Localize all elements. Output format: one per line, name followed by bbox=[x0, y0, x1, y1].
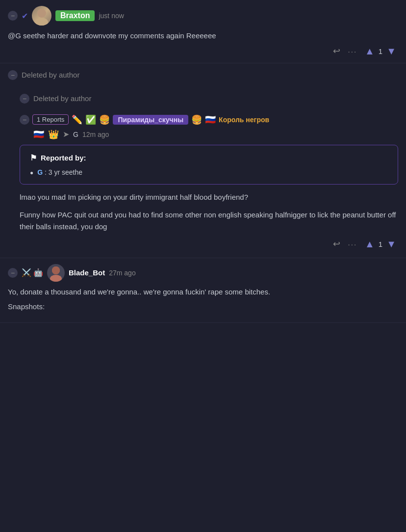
blade-bot-avatar bbox=[47, 264, 65, 282]
braxton-username[interactable]: Braxton bbox=[55, 10, 95, 21]
bullet-icon: ● bbox=[30, 169, 33, 176]
braxton-comment-block: − ✔ Braxton just now @G seethe harder an… bbox=[0, 0, 406, 63]
svg-point-2 bbox=[37, 9, 46, 18]
more-options-reported[interactable]: ··· bbox=[348, 240, 357, 248]
braxton-comment-header: − ✔ Braxton just now bbox=[8, 6, 398, 26]
report-item-1: ● G : 3 yr seethe bbox=[30, 168, 388, 176]
deleted-text-1: Deleted by author bbox=[22, 71, 79, 79]
verified-icon: ✔ bbox=[22, 11, 28, 21]
collapse-button-deleted-2[interactable]: − bbox=[20, 94, 29, 104]
downvote-button[interactable]: ▼ bbox=[386, 46, 396, 57]
report-box-title: ⚑ Reported by: bbox=[30, 153, 388, 162]
collapse-button[interactable]: − bbox=[8, 11, 18, 21]
svg-point-1 bbox=[35, 18, 48, 26]
more-options-icon[interactable]: ··· bbox=[348, 47, 357, 55]
reported-content-p2: Funny how PAC quit out and you had to fi… bbox=[20, 209, 398, 233]
reporter-username[interactable]: G bbox=[37, 168, 43, 176]
collapse-button-blade-bot[interactable]: − bbox=[8, 268, 18, 278]
braxton-avatar-image bbox=[32, 6, 51, 26]
reported-comment-section: − 1 Reports ✏️ ✅ 🍔 Пирамиды_скучны 🍔 🇷🇺 … bbox=[0, 110, 406, 258]
reported-content-p1: lmao you mad Im picking on your dirty im… bbox=[20, 191, 398, 203]
deleted-text-2: Deleted by author bbox=[33, 94, 91, 103]
blade-bot-header: − ⚔️ 🤖 Blade_Bot 27m ago bbox=[8, 264, 398, 282]
reply-icon[interactable]: ↩ bbox=[333, 46, 340, 56]
reply-to: G bbox=[73, 131, 78, 138]
pencil-icon: ✏️ bbox=[72, 114, 82, 125]
minus-icon: − bbox=[11, 269, 15, 277]
blade-bot-comment-block: − ⚔️ 🤖 Blade_Bot 27m ago Yo, donate a th… bbox=[0, 258, 406, 323]
minus-icon: − bbox=[23, 95, 26, 103]
deleted-comment-1: − Deleted by author bbox=[0, 63, 406, 87]
collapse-button-reported[interactable]: − bbox=[20, 115, 29, 125]
reported-by-label: Reported by: bbox=[41, 154, 86, 162]
burger-emoji-2: 🍔 bbox=[191, 114, 202, 125]
reports-badge[interactable]: 1 Reports bbox=[32, 114, 69, 125]
reporter-reason: : 3 yr seethe bbox=[45, 168, 82, 176]
bot-icon: 🤖 bbox=[33, 268, 43, 277]
vote-area-reported: ▲ 1 ▼ bbox=[365, 239, 396, 250]
downvote-button-reported[interactable]: ▼ bbox=[386, 239, 396, 250]
blade-bot-text-1: Yo, donate a thousand and we're gonna.. … bbox=[8, 287, 398, 298]
blade-bot-icons: ⚔️ 🤖 bbox=[22, 268, 43, 277]
flag-emoji: 🇷🇺 bbox=[205, 114, 216, 125]
crown-emoji: 👑 bbox=[48, 129, 59, 140]
svg-point-5 bbox=[52, 266, 60, 274]
reported-author-name[interactable]: Король негров bbox=[219, 116, 269, 124]
upvote-button-reported[interactable]: ▲ bbox=[365, 239, 375, 250]
flag-icon: ⚑ bbox=[30, 153, 37, 162]
vote-count-reported: 1 bbox=[379, 240, 382, 248]
minus-icon: − bbox=[23, 116, 26, 124]
braxton-comment-text: @G seethe harder and downvote my comment… bbox=[8, 30, 398, 42]
blade-bot-username: Blade_Bot bbox=[69, 268, 105, 277]
minus-icon: − bbox=[11, 12, 15, 20]
braxton-timestamp: just now bbox=[99, 12, 124, 20]
verified-circle-icon: ✅ bbox=[85, 114, 96, 125]
blade-bot-timestamp: 27m ago bbox=[109, 269, 135, 277]
reply-icon-reported[interactable]: ↩ bbox=[333, 239, 340, 249]
upvote-button[interactable]: ▲ bbox=[365, 46, 375, 57]
reported-comment-header: − 1 Reports ✏️ ✅ 🍔 Пирамиды_скучны 🍔 🇷🇺 … bbox=[20, 114, 398, 125]
reported-timestamp: 12m ago bbox=[82, 131, 109, 138]
reply-indicator: ➤ bbox=[63, 130, 69, 139]
vote-count: 1 bbox=[379, 47, 382, 55]
braxton-comment-actions: ↩ ··· ▲ 1 ▼ bbox=[8, 46, 398, 57]
svg-point-4 bbox=[50, 275, 62, 282]
reporter-info: G : 3 yr seethe bbox=[37, 168, 82, 176]
deleted-comment-2: − Deleted by author bbox=[0, 87, 406, 110]
report-details-box: ⚑ Reported by: ● G : 3 yr seethe bbox=[20, 145, 398, 185]
reported-sub-header: 🇷🇺 👑 ➤ G 12m ago bbox=[20, 129, 398, 140]
blade-bot-text-2: Snapshots: bbox=[8, 301, 398, 313]
burger-emoji: 🍔 bbox=[99, 114, 110, 125]
flag-emoji-2: 🇷🇺 bbox=[33, 129, 44, 140]
vote-area: ▲ 1 ▼ bbox=[365, 46, 396, 57]
sword-icon: ⚔️ bbox=[22, 268, 31, 277]
collapse-button-deleted-1[interactable]: − bbox=[8, 70, 18, 80]
reported-comment-actions: ↩ ··· ▲ 1 ▼ bbox=[20, 239, 398, 250]
braxton-avatar bbox=[32, 6, 51, 26]
minus-icon: − bbox=[11, 71, 15, 79]
reported-username-badge[interactable]: Пирамиды_скучны bbox=[113, 115, 188, 125]
